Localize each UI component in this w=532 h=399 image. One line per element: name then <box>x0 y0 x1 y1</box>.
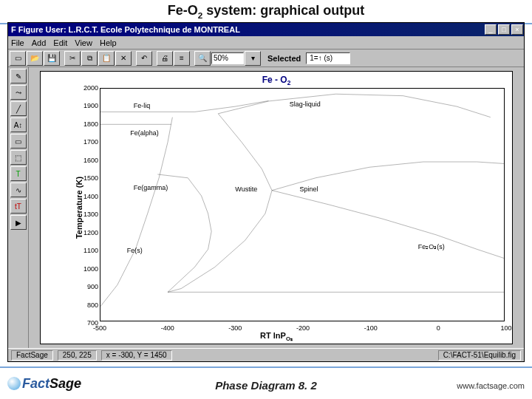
y-tick: 1100 <box>83 247 98 254</box>
phase-label: Fe(s) <box>127 247 143 254</box>
y-tick: 1600 <box>83 157 98 164</box>
y-tick: 900 <box>87 283 98 290</box>
phase-curves <box>100 89 504 321</box>
selected-label: Selected <box>267 54 301 63</box>
x-tick: 0 <box>437 324 440 332</box>
window-title: F Figure User: L.R.C.T. Ecole Polytechni… <box>11 25 484 34</box>
undo-icon[interactable]: ↶ <box>136 51 152 66</box>
footer-url: www.factsage.com <box>457 381 525 390</box>
maximize-button[interactable]: □ <box>498 24 510 35</box>
canvas[interactable]: Fe - O2 Temperature (K) RT lnPO₂ 7008009… <box>29 67 524 348</box>
menu-file[interactable]: File <box>11 38 24 47</box>
zoom-icon[interactable]: 🔍 <box>194 51 211 66</box>
slide-title: Fe-O2 system: graphical output <box>0 0 532 20</box>
properties-icon[interactable]: ≡ <box>174 51 190 66</box>
y-tick: 2000 <box>83 84 98 92</box>
curve-icon[interactable]: ∿ <box>10 183 27 197</box>
fe-liq-top <box>100 100 269 112</box>
export-icon[interactable]: ▶ <box>10 215 27 230</box>
delete-icon[interactable]: ✕ <box>115 51 132 66</box>
spinel-top <box>218 94 491 117</box>
hematite-boundary <box>272 191 504 259</box>
phase-label: Fe-liq <box>134 102 151 109</box>
y-tick: 1900 <box>83 102 98 109</box>
chart-title: Fe - O2 <box>41 72 512 86</box>
x-tick: -100 <box>364 324 378 332</box>
phase-label: Fe(gamma) <box>134 184 168 191</box>
selected-field[interactable]: 1=↑ (s) <box>306 52 350 64</box>
x-tick: -300 <box>228 324 242 332</box>
save-icon[interactable]: 💾 <box>44 51 60 66</box>
phase-label: Fe(alpha) <box>130 129 159 137</box>
figure-paper: Fe - O2 Temperature (K) RT lnPO₂ 7008009… <box>40 71 513 344</box>
status-app: FactSage <box>11 350 53 361</box>
menu-add[interactable]: Add <box>32 38 47 47</box>
status-path: C:\FACT-51\Equilib.fig <box>438 350 521 361</box>
plot-area <box>100 88 505 321</box>
cut-icon[interactable]: ✂ <box>64 51 81 66</box>
y-tick: 1500 <box>83 174 98 182</box>
phase-label: Fe₂O₃(s) <box>418 243 445 250</box>
status-xy: 250, 225 <box>58 350 97 361</box>
paste-icon[interactable]: 📋 <box>98 51 115 66</box>
open-icon[interactable]: 📂 <box>27 51 43 66</box>
tool-palette: ✎ ⤳ ╱ A↕ ▭ ⬚ T ∿ tT ▶ <box>8 67 29 348</box>
select-icon[interactable]: ⬚ <box>10 150 27 165</box>
wustite-right <box>168 114 272 293</box>
text-t-icon[interactable]: T <box>10 166 27 181</box>
y-tick: 1400 <box>83 193 98 200</box>
close-button[interactable]: × <box>511 24 523 35</box>
copy-icon[interactable]: ⧉ <box>81 51 98 66</box>
text-a-icon[interactable]: A↕ <box>10 117 27 132</box>
phase-label: Spinel <box>299 185 318 193</box>
y-tick: 1300 <box>83 211 98 218</box>
minimize-button[interactable]: _ <box>485 24 497 35</box>
x-axis-label: RT lnPO₂ <box>260 331 293 342</box>
fe-left-boundary <box>100 117 172 307</box>
new-icon[interactable]: ▭ <box>10 51 26 66</box>
app-window: F Figure User: L.R.C.T. Ecole Polytechni… <box>7 22 525 362</box>
x-tick: -200 <box>296 324 310 332</box>
menu-help[interactable]: Help <box>100 38 117 47</box>
status-coords: x = -300, Y = 1450 <box>101 350 172 361</box>
menu-edit[interactable]: Edit <box>53 38 67 47</box>
polyline-icon[interactable]: ⤳ <box>10 85 27 100</box>
print-icon[interactable]: 🖨 <box>157 51 173 66</box>
titlebar[interactable]: F Figure User: L.R.C.T. Ecole Polytechni… <box>8 23 524 36</box>
menu-view[interactable]: View <box>75 38 92 47</box>
text-tt-icon[interactable]: tT <box>10 199 27 214</box>
y-tick: 1200 <box>83 229 98 236</box>
menubar: File Add Edit View Help <box>8 36 524 50</box>
toolbar: ▭ 📂 💾 ✂ ⧉ 📋 ✕ ↶ 🖨 ≡ 🔍 50% ▾ Selected 1=↑… <box>8 50 524 67</box>
zoom-field[interactable]: 50% <box>211 52 244 64</box>
statusbar: FactSage 250, 225 x = -300, Y = 1450 C:\… <box>8 348 524 361</box>
y-tick: 800 <box>87 301 98 309</box>
phase-label: Slag-liquid <box>290 100 321 108</box>
y-tick: 1800 <box>83 120 98 128</box>
x-tick: 100 <box>500 324 511 332</box>
zoom-stepper-icon[interactable]: ▾ <box>245 51 261 66</box>
y-tick: 1000 <box>83 265 98 273</box>
footer-center: Phase Diagram 8. 2 <box>0 379 532 392</box>
line-icon[interactable]: ╱ <box>10 101 27 116</box>
x-tick: -500 <box>93 324 106 332</box>
workarea: ✎ ⤳ ╱ A↕ ▭ ⬚ T ∿ tT ▶ Fe - O2 Temperatur… <box>8 67 524 348</box>
rect-icon[interactable]: ▭ <box>10 134 27 149</box>
y-axis-label: Temperature (K) <box>75 177 83 239</box>
pencil-icon[interactable]: ✎ <box>10 69 27 83</box>
x-tick: -400 <box>161 324 174 332</box>
phase-label: Wustite <box>235 185 257 193</box>
y-tick: 1700 <box>83 138 98 146</box>
